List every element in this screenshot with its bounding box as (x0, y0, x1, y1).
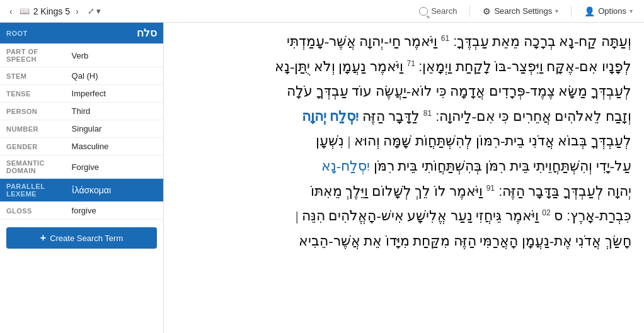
expand-button[interactable]: ⤢ ▾ (84, 5, 105, 17)
property-label: GLOSS (0, 202, 66, 220)
gear-icon: ⚙ (483, 6, 491, 16)
verse-17-cont: לְעַבְדְּךָ מַשָּׂא צֶמֶד-פְּרָדִים אֲדָ… (287, 83, 631, 99)
search-label: Search (431, 6, 457, 16)
divider (469, 6, 470, 17)
verse-18-text1: לַדָּבָר הַזֶּה (359, 108, 420, 124)
verse-18-prefix: וְזָבַח לֵאלֹהִים אֲחֵרִים כִּי אִם-לַיה… (432, 108, 631, 124)
property-value: סלח (66, 23, 163, 44)
property-value: ἱλάσκομαι (66, 179, 163, 202)
verse-20-prefix: כִּבְרַת-אָרֶץ׃ ס (551, 208, 631, 223)
verse-17-number: 17 (406, 59, 415, 67)
verse-16-text: וַיֹּאמֶר חַי-יְהוָה אֲשֶׁר-עָמַדְתִּי (287, 33, 438, 49)
property-value: Singular (66, 120, 163, 138)
main-layout: ROOTסלחPART OF SPEECHVerbSTEMQal (H)TENS… (0, 23, 644, 333)
navigation-controls: ‹ 📖 2 Kings 5 › ⤢ ▾ (6, 5, 104, 18)
search-button[interactable]: Search (414, 4, 462, 18)
options-label: Options (598, 6, 626, 16)
verse-16-number: 16 (441, 34, 449, 43)
verse-18-text2: לְעַבְדְּךָ בְּבוֹא אֲדֹנִי בֵית-רִמּוֹן… (316, 133, 631, 149)
verse-18-salach: יִסְלַח-נָא (321, 158, 370, 174)
property-label: TENSE (0, 85, 66, 103)
property-label: PERSON (0, 103, 66, 120)
verse-18-highlight: יִסְלַח יְהוָה (302, 108, 359, 124)
verse-17-text: וַיֹּאמֶר נַעֲמָן וְלֹא יֻתַּן-נָא (275, 59, 403, 74)
property-label: GENDER (0, 138, 66, 155)
property-value: Forgive (66, 155, 163, 179)
property-label: ROOT (0, 23, 66, 44)
sidebar: ROOTסלחPART OF SPEECHVerbSTEMQal (H)TENS… (0, 23, 164, 333)
property-value: forgive (66, 202, 163, 220)
options-button[interactable]: 👤 Options ▾ (579, 4, 638, 19)
plus-icon: + (40, 232, 46, 244)
property-label: PART OF SPEECH (0, 44, 66, 67)
property-value: Masculine (66, 138, 163, 155)
verse-19-number: 19 (486, 183, 495, 192)
property-label: NUMBER (0, 120, 66, 138)
options-chevron-icon: ▾ (630, 8, 633, 14)
search-settings-button[interactable]: ⚙ Search Settings ▾ (478, 4, 563, 19)
verse-16-prefix: וְעַתָּה קַח-נָא בְרָכָה מֵאֵת עַבְדֶּךָ… (449, 33, 631, 49)
property-value: Third (66, 103, 163, 120)
divider (571, 6, 572, 17)
verse-19-text: וַיֹּאמֶר לוֹ לֵךְ לְשָׁלוֹם וַיֵּלֶךְ מ… (311, 183, 483, 199)
property-label: SEMANTIC DOMAIN (0, 155, 66, 179)
verse-text: וְעַתָּה קַח-נָא בְרָכָה מֵאֵת עַבְדֶּךָ… (176, 29, 631, 253)
next-button[interactable]: › (72, 5, 82, 18)
property-value: Qal (H) (66, 67, 163, 85)
properties-table: ROOTסלחPART OF SPEECHVerbSTEMQal (H)TENS… (0, 23, 163, 220)
verse-20-text2: חָשַׂךְ אֲדֹנִי אֶת-נַעֲמָן הָאֲרַמִּי ה… (299, 233, 631, 249)
book-icon: 📖 (18, 6, 31, 16)
verse-18-text3: עַל-יָדִי וְהִשְׁתַּחֲוֵיתִי בֵּית רִמֹּ… (374, 158, 631, 174)
verse-20-text1: וַיֹּאמֶר גֵּיחֲזִי נַעַר אֱלִישָׁע אִיש… (296, 208, 539, 223)
verse-18-number: 18 (423, 108, 432, 117)
property-value: Imperfect (66, 85, 163, 103)
create-search-term-label: Create Search Term (50, 234, 123, 243)
search-icon (419, 7, 428, 16)
settings-chevron-icon: ▾ (555, 8, 558, 14)
book-title: 2 Kings 5 (33, 6, 70, 16)
search-settings-label: Search Settings (494, 6, 552, 16)
property-label: STEM (0, 67, 66, 85)
create-search-term-button[interactable]: + Create Search Term (6, 227, 157, 249)
verse-20-number: 20 (542, 208, 550, 217)
property-value: Verb (66, 44, 163, 67)
property-label: PARALLEL LEXEME (0, 179, 66, 202)
verse-18-text4: יְהוָה לְעַבְדְּךָ בַּדָּבָר הַזֶּה׃ (495, 183, 631, 199)
verse-16-cont: לְפָנָיו אִם-אֶקָּח וַיִּפְצַר-בּוֹ לָקַ… (415, 59, 631, 74)
person-icon: 👤 (584, 6, 595, 16)
verse-content: וְעַתָּה קַח-נָא בְרָכָה מֵאֵת עַבְדֶּךָ… (164, 23, 644, 333)
topbar: ‹ 📖 2 Kings 5 › ⤢ ▾ Search ⚙ Search Sett… (0, 0, 644, 23)
prev-button[interactable]: ‹ (6, 5, 16, 18)
